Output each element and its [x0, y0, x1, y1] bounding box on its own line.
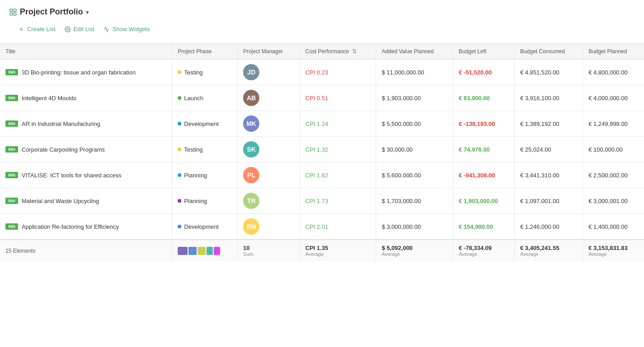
budget-planned-5: € 3,000,001.00: [589, 198, 628, 204]
cell-cpi-4: CPI 1.62: [300, 162, 376, 188]
cell-title-3: INN Corporate Carpooling Programs: [0, 137, 172, 162]
cell-budget-left-5: € 1,903,000.00: [453, 188, 515, 214]
cell-added-value-6: $ 3,000,000.00: [376, 214, 453, 240]
cell-budget-planned-6: € 1,400,000.00: [583, 214, 644, 240]
added-value-0: $ 11,000,000.00: [382, 69, 424, 76]
phase-label-2: Development: [184, 120, 219, 127]
footer-color-bar: [172, 240, 238, 261]
avatar-0: JD: [243, 64, 259, 80]
project-table-container: Title Project Phase Project Manager Cost…: [0, 43, 644, 261]
create-list-button[interactable]: Create List: [18, 24, 55, 34]
project-title-5: Material and Waste Upcycling: [22, 198, 99, 204]
budget-planned-0: € 4,800,000.00: [589, 69, 628, 76]
cell-budget-planned-2: € 1,249,999.00: [583, 111, 644, 137]
cell-added-value-5: $ 1,703,000.00: [376, 188, 453, 214]
col-cpi[interactable]: Cost Performance ⇅: [300, 44, 376, 60]
edit-list-button[interactable]: Edit List: [64, 24, 94, 34]
cell-cpi-6: CPI 2.01: [300, 214, 376, 240]
show-widgets-button[interactable]: Show Widgets: [103, 24, 150, 34]
phase-dot-1: [178, 96, 181, 100]
added-value-2: $ 5,500,000.00: [382, 120, 421, 127]
cpi-value-5: CPI 1.73: [305, 198, 328, 204]
avatar-6: BN: [243, 218, 259, 235]
phase-label-0: Testing: [184, 69, 202, 76]
cell-phase-4: Planning: [172, 162, 238, 188]
col-budget-left: Budget Left: [453, 44, 515, 60]
cell-budget-planned-4: € 2,500,002.00: [583, 162, 644, 188]
phase-dot-3: [178, 148, 181, 151]
cell-title-6: INN Application Re-factoring for Efficie…: [0, 214, 172, 240]
cell-budget-consumed-3: € 25,024.00: [515, 137, 583, 162]
title-chevron-icon[interactable]: ▾: [86, 9, 89, 16]
avatar-1: AB: [243, 90, 259, 106]
table-footer-row: 15 Elements 10 Sum CPI 1.35: [0, 240, 644, 261]
cell-budget-consumed-2: € 1,389,192.00: [515, 111, 583, 137]
cell-manager-2: MK: [238, 111, 300, 137]
table-row[interactable]: INN AR in Industrial Manufacturing Devel…: [0, 111, 644, 137]
budget-left-6: € 154,000.00: [459, 223, 493, 230]
added-value-6: $ 3,000,000.00: [382, 223, 421, 230]
budget-planned-2: € 1,249,999.00: [589, 120, 628, 127]
plus-icon: [18, 26, 24, 32]
cell-budget-consumed-4: € 3,441,310.00: [515, 162, 583, 188]
footer-budget-left: € -78,334.09 Average: [453, 240, 515, 261]
cell-title-4: INN VITALISE: ICT tools for shared acces…: [0, 162, 172, 188]
cell-manager-6: BN: [238, 214, 300, 240]
inn-badge-1: INN: [5, 95, 18, 101]
cell-added-value-1: $ 1,903,000.00: [376, 85, 453, 111]
added-value-3: $ 30,000.00: [382, 146, 413, 153]
cpi-value-3: CPI 1.32: [305, 146, 328, 153]
portfolio-icon: [9, 8, 17, 16]
avatar-3: SK: [243, 141, 259, 157]
footer-pm: 10 Sum: [238, 240, 300, 261]
col-added-value: Added Value Planned: [376, 44, 453, 60]
swatch-pink: [214, 247, 220, 255]
cell-budget-left-6: € 154,000.00: [453, 214, 515, 240]
cell-cpi-1: CPI 0.51: [300, 85, 376, 111]
project-title-4: VITALISE: ICT tools for shared access: [22, 172, 121, 179]
inn-badge-4: INN: [5, 172, 18, 178]
table-row[interactable]: INN VITALISE: ICT tools for shared acces…: [0, 162, 644, 188]
added-value-4: $ 5,600,000.00: [382, 172, 421, 179]
cell-cpi-5: CPI 1.73: [300, 188, 376, 214]
footer-budget-planned: € 3,153,831.83 Average: [583, 240, 644, 261]
cell-manager-0: JD: [238, 60, 300, 85]
gear-icon: [64, 26, 71, 32]
cpi-value-2: CPI 1.24: [305, 120, 328, 127]
swatch-teal: [207, 247, 213, 255]
sort-icon: ⇅: [352, 48, 357, 55]
cell-budget-consumed-5: € 1,097,001.00: [515, 188, 583, 214]
added-value-5: $ 1,703,000.00: [382, 198, 421, 204]
svg-rect-1: [14, 9, 16, 11]
table-row[interactable]: INN Intelligent 4D Moulds Launch AB CPI …: [0, 85, 644, 111]
table-row[interactable]: INN 3D Bio-printing: tissue and organ fa…: [0, 60, 644, 85]
table-row[interactable]: INN Application Re-factoring for Efficie…: [0, 214, 644, 240]
project-title-6: Application Re-factoring for Efficiency: [22, 223, 119, 230]
inn-badge-3: INN: [5, 146, 18, 153]
project-title-3: Corporate Carpooling Programs: [22, 146, 105, 153]
col-budget-consumed: Budget Consumed: [515, 44, 583, 60]
table-header-row: Title Project Phase Project Manager Cost…: [0, 44, 644, 60]
cell-phase-2: Development: [172, 111, 238, 137]
cell-title-1: INN Intelligent 4D Moulds: [0, 85, 172, 111]
table-row[interactable]: INN Material and Waste Upcycling Plannin…: [0, 188, 644, 214]
cell-manager-3: SK: [238, 137, 300, 162]
budget-consumed-2: € 1,389,192.00: [520, 120, 559, 127]
cell-phase-5: Planning: [172, 188, 238, 214]
col-title: Title: [0, 44, 172, 60]
phase-label-1: Launch: [184, 95, 203, 102]
budget-consumed-0: € 4,851,520.00: [520, 69, 559, 76]
cell-added-value-4: $ 5,600,000.00: [376, 162, 453, 188]
budget-consumed-1: € 3,916,100.00: [520, 95, 559, 102]
budget-planned-6: € 1,400,000.00: [589, 223, 628, 230]
table-row[interactable]: INN Corporate Carpooling Programs Testin…: [0, 137, 644, 162]
budget-planned-3: € 100,000.00: [589, 146, 623, 153]
inn-badge-0: INN: [5, 69, 18, 75]
cpi-value-0: CPI 0.23: [305, 69, 328, 76]
budget-left-2: € -139,193.00: [459, 120, 495, 127]
footer-added-value: $ 5,092,000 Average: [376, 240, 453, 261]
cell-added-value-2: $ 5,500,000.00: [376, 111, 453, 137]
phase-label-4: Planning: [184, 172, 207, 179]
project-title-1: Intelligent 4D Moulds: [22, 95, 76, 102]
cell-title-2: INN AR in Industrial Manufacturing: [0, 111, 172, 137]
